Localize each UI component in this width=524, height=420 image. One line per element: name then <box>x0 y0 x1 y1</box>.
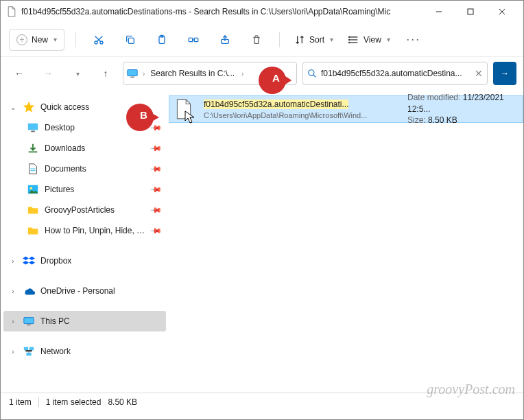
svg-point-4 <box>95 41 97 44</box>
search-box[interactable]: ✕ <box>302 62 488 85</box>
file-meta: Date modified: 11/23/2021 12:5... Size: … <box>407 92 517 126</box>
chevron-right-icon: › <box>9 288 17 295</box>
svg-line-21 <box>313 75 316 78</box>
sidebar-label: GroovyPostArticles <box>45 205 145 215</box>
go-button[interactable]: → <box>493 62 516 85</box>
sidebar-item-pictures[interactable]: Pictures 📌 <box>3 179 166 200</box>
date-label: Date modified: <box>407 93 460 102</box>
svg-point-15 <box>349 36 350 37</box>
svg-rect-9 <box>189 38 192 41</box>
new-button[interactable]: + New ▾ <box>9 29 64 51</box>
chevron-right-icon: › <box>9 348 17 355</box>
title-bar: f01b4d95cf55d32a.automaticDestinations-m… <box>1 1 523 23</box>
plus-icon: + <box>16 34 27 45</box>
sort-label: Sort <box>309 35 324 45</box>
toolbar: + New ▾ Sort ▾ View ▾ ··· <box>1 23 523 57</box>
forward-button[interactable]: → <box>36 62 60 85</box>
window-title: f01b4d95cf55d32a.automaticDestinations-m… <box>21 7 423 16</box>
cursor-icon <box>184 110 195 124</box>
clear-search-button[interactable]: ✕ <box>475 68 483 79</box>
svg-point-5 <box>100 41 103 44</box>
pin-icon: 📌 <box>149 203 162 216</box>
callout-b: B <box>126 101 159 134</box>
recent-button[interactable]: ▾ <box>65 62 88 85</box>
selection-size: 8.50 KB <box>108 397 137 407</box>
results-pane: f01b4d95cf55d32a.automaticDestinati... C… <box>169 90 523 393</box>
folder-icon <box>27 224 39 237</box>
sidebar-item-dropbox[interactable]: › Dropbox <box>3 250 166 271</box>
up-button[interactable]: ↑ <box>94 62 117 85</box>
svg-rect-27 <box>27 325 30 326</box>
view-label: View <box>364 35 381 45</box>
picture-icon <box>27 183 39 196</box>
sidebar-item-onedrive[interactable]: › OneDrive - Personal <box>3 281 166 301</box>
sidebar-item-network[interactable]: › Network <box>3 341 166 362</box>
search-result-item[interactable]: f01b4d95cf55d32a.automaticDestinati... C… <box>169 95 523 123</box>
watermark: groovyPost.com <box>427 382 515 397</box>
svg-rect-18 <box>128 70 137 76</box>
navigation-pane: ⌄ Quick access Desktop 📌 Downloads 📌 Doc… <box>1 90 169 393</box>
svg-point-16 <box>349 39 350 40</box>
maximize-button[interactable] <box>455 1 486 23</box>
pc-icon <box>23 315 35 327</box>
view-button[interactable]: View ▾ <box>345 28 394 51</box>
rename-button[interactable] <box>182 28 205 51</box>
pin-icon: 📌 <box>149 224 162 237</box>
chevron-down-icon: ▾ <box>387 36 390 43</box>
file-name: f01b4d95cf55d32a.automaticDestinati... <box>204 100 348 109</box>
svg-rect-23 <box>31 131 34 132</box>
cut-button[interactable] <box>87 28 110 51</box>
sidebar-item-this-pc[interactable]: › This PC <box>3 311 166 331</box>
svg-point-17 <box>349 42 350 43</box>
sidebar-item-downloads[interactable]: Downloads 📌 <box>3 138 166 159</box>
callout-a: A <box>259 64 291 97</box>
sidebar-label: Dropbox <box>40 256 160 266</box>
search-icon <box>307 69 317 78</box>
sidebar-label: Downloads <box>45 143 145 153</box>
size-value: 8.50 KB <box>428 115 457 125</box>
size-label: Size: <box>407 115 426 125</box>
svg-point-25 <box>30 187 33 189</box>
sort-button[interactable]: Sort ▾ <box>291 28 337 51</box>
chevron-right-icon: › <box>241 70 243 78</box>
sidebar-item-documents[interactable]: Documents 📌 <box>3 159 166 179</box>
svg-point-20 <box>309 70 314 75</box>
address-segment[interactable]: Search Results in C:\... <box>147 67 237 80</box>
pin-icon: 📌 <box>149 162 162 175</box>
folder-icon <box>27 204 39 216</box>
view-icon <box>348 34 359 45</box>
svg-rect-22 <box>28 124 38 130</box>
file-info: f01b4d95cf55d32a.automaticDestinati... C… <box>204 100 401 119</box>
separator <box>279 32 280 47</box>
download-icon <box>27 142 39 154</box>
search-input[interactable] <box>321 69 471 78</box>
sidebar-item-folder[interactable]: How to Pin, Unpin, Hide, and 📌 <box>3 220 166 241</box>
share-button[interactable] <box>213 28 237 51</box>
svg-rect-28 <box>24 347 28 351</box>
sort-icon <box>294 34 305 45</box>
desktop-icon <box>27 121 39 134</box>
svg-rect-1 <box>468 9 473 14</box>
dropbox-icon <box>23 255 35 267</box>
callout-label: B <box>140 109 147 121</box>
svg-rect-10 <box>194 38 198 41</box>
window-controls <box>423 1 518 23</box>
minimize-button[interactable] <box>423 1 455 23</box>
paste-button[interactable] <box>150 28 174 51</box>
more-button[interactable]: ··· <box>402 28 425 51</box>
close-button[interactable] <box>486 1 518 23</box>
svg-rect-30 <box>26 353 31 356</box>
document-icon <box>27 163 39 175</box>
selection-count: 1 item selected <box>46 397 102 407</box>
pin-icon: 📌 <box>149 141 162 154</box>
network-icon <box>23 345 35 358</box>
chevron-right-icon: › <box>9 257 17 265</box>
sidebar-item-folder[interactable]: GroovyPostArticles 📌 <box>3 200 166 220</box>
back-button[interactable]: ← <box>8 62 31 85</box>
file-path: C:\Users\lori\AppData\Roaming\Microsoft\… <box>204 111 401 119</box>
sidebar-label: Network <box>40 347 160 356</box>
sidebar-label: This PC <box>40 316 160 326</box>
copy-button[interactable] <box>119 28 142 51</box>
delete-button[interactable] <box>245 28 268 51</box>
chevron-right-icon: › <box>9 318 17 325</box>
